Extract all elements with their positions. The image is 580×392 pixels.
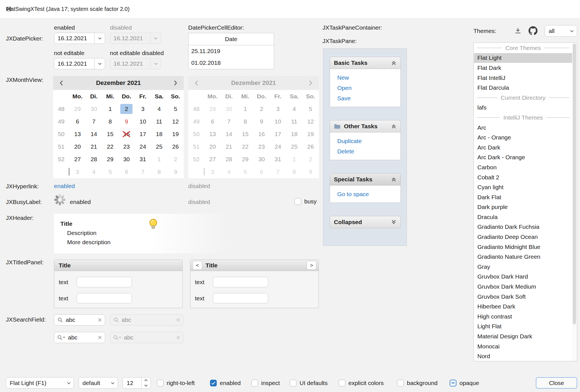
themes-scrollbar[interactable] — [572, 43, 577, 361]
checkbox-opaque[interactable]: opaque — [450, 377, 479, 389]
busy-checkbox[interactable]: busy — [294, 196, 317, 207]
text-field[interactable] — [213, 277, 268, 287]
theme-list-item[interactable]: Material Design Dark — [474, 331, 572, 341]
checkbox-background[interactable]: background — [397, 377, 438, 389]
monthview-enabled[interactable]: Dezember 2021 Mo.Di.Mi.Do.Fr.Sa.So.48293… — [53, 76, 184, 178]
datepicker-enabled[interactable]: 16.12.2021 — [54, 33, 105, 44]
day-cell[interactable]: 23 — [118, 140, 135, 153]
table-row[interactable]: 25.11.2019 — [188, 45, 274, 57]
taskpane-link[interactable]: New — [337, 73, 393, 82]
day-cell[interactable]: 28 — [86, 153, 102, 165]
day-cell[interactable]: 2 — [167, 153, 183, 165]
checkbox-inspect[interactable]: inspect — [251, 377, 280, 389]
day-cell[interactable]: 4 — [86, 165, 102, 178]
taskpane-header[interactable]: Other Tasks — [330, 120, 401, 132]
day-cell[interactable]: 9 — [118, 115, 135, 128]
theme-list-item[interactable]: Arc Dark — [474, 142, 572, 153]
scrollbar-thumb[interactable] — [573, 44, 576, 324]
day-cell[interactable]: 11 — [151, 115, 167, 128]
theme-list-item[interactable]: Arc Dark - Orange — [474, 153, 572, 163]
spinner-down-button[interactable] — [142, 383, 150, 389]
font-size-spinner[interactable]: 12 — [122, 377, 151, 389]
titledpanel-right-button[interactable]: > — [307, 261, 316, 270]
theme-combobox[interactable]: Flat Light (F1) — [6, 377, 74, 389]
theme-list-item[interactable]: Dracula — [474, 212, 572, 222]
taskpane-header[interactable]: Basic Tasks — [330, 57, 401, 69]
theme-list-item[interactable]: Gruvbox Dark Hard — [474, 272, 572, 282]
theme-list-item[interactable]: Dark purple — [474, 202, 572, 212]
theme-list-item[interactable]: Gradianto Deep Ocean — [474, 232, 572, 242]
checkbox-box[interactable] — [157, 380, 164, 386]
theme-list-item[interactable]: Gruvbox Dark Medium — [474, 282, 572, 292]
searchfield-enabled[interactable]: abc — [54, 314, 105, 326]
taskpane-link[interactable]: Save — [337, 94, 393, 102]
taskpane-header[interactable]: Collapsed — [330, 216, 401, 228]
theme-list-item[interactable]: lafs — [474, 103, 572, 113]
day-cell[interactable]: 7 — [86, 115, 102, 128]
taskpane-header[interactable]: Special Tasks — [330, 173, 401, 186]
day-cell[interactable]: 5 — [167, 103, 183, 115]
clear-icon[interactable] — [98, 335, 102, 340]
day-cell[interactable]: 7 — [135, 165, 151, 178]
text-field[interactable] — [77, 293, 132, 303]
search-menu-icon[interactable] — [57, 334, 65, 341]
close-button[interactable]: Close — [536, 377, 577, 389]
celleditor-table[interactable]: Date 25.11.2019 01.02.2018 — [188, 33, 274, 69]
checkbox-explicit-colors[interactable]: explicit colors — [339, 377, 384, 389]
spinner-value[interactable]: 12 — [123, 380, 141, 386]
day-cell[interactable]: 8 — [102, 115, 118, 128]
theme-list-item[interactable]: Carbon — [474, 162, 572, 172]
datepicker-arrow-button[interactable] — [94, 33, 105, 44]
text-field[interactable] — [213, 293, 268, 303]
theme-list-item[interactable]: Gruvbox Dark Soft — [474, 292, 572, 302]
day-cell[interactable]: 21 — [86, 140, 102, 153]
datepicker-arrow-button[interactable] — [94, 58, 105, 69]
day-cell[interactable]: 2 — [118, 103, 135, 115]
day-cell[interactable]: 25 — [151, 140, 167, 153]
checkbox-box[interactable] — [251, 380, 258, 386]
day-cell[interactable]: 1 — [151, 153, 167, 165]
day-cell[interactable]: 19 — [167, 128, 183, 140]
day-cell[interactable]: 16 — [118, 128, 135, 140]
theme-list-item[interactable]: Hiberbee Dark — [474, 301, 572, 312]
checkbox-box[interactable] — [210, 380, 217, 386]
prev-month-button[interactable] — [57, 79, 66, 87]
theme-list-item[interactable]: Gradianto Dark Fuchsia — [474, 222, 572, 232]
checkbox-box[interactable] — [339, 380, 345, 386]
search-value[interactable]: abc — [68, 334, 95, 341]
day-cell[interactable]: 30 — [118, 153, 135, 165]
checkbox-box[interactable] — [290, 380, 296, 386]
theme-list-item[interactable]: Arc - Orange — [474, 132, 572, 142]
day-cell[interactable]: 24 — [135, 140, 151, 153]
day-cell[interactable]: 26 — [167, 140, 183, 153]
day-cell[interactable]: 4 — [151, 103, 167, 115]
theme-list-item[interactable]: Arc — [474, 123, 572, 133]
datepicker-value[interactable]: 16.12.2021 — [54, 35, 94, 42]
table-row[interactable]: 01.02.2018 — [188, 57, 274, 69]
theme-list-item[interactable]: Flat Light — [474, 53, 572, 63]
spinner-up-button[interactable] — [142, 377, 150, 383]
theme-list-item[interactable]: Flat IntelliJ — [474, 73, 572, 83]
theme-list-item[interactable]: Light Flat — [474, 322, 572, 332]
checkbox-box[interactable] — [450, 380, 456, 386]
theme-list-item[interactable]: Monocai — [474, 341, 572, 351]
theme-list-item[interactable]: Gradianto Midnight Blue — [474, 242, 572, 252]
day-cell[interactable]: 6 — [69, 115, 86, 128]
checkbox-box[interactable] — [397, 380, 404, 386]
clear-icon[interactable] — [98, 318, 102, 322]
style-combobox[interactable]: default — [79, 377, 118, 389]
theme-list-item[interactable]: Nord — [474, 351, 572, 361]
day-cell[interactable]: 29 — [102, 153, 118, 165]
theme-list-item[interactable]: Flat Dark — [474, 63, 572, 73]
theme-list-item[interactable]: Cobalt 2 — [474, 172, 572, 182]
hyperlink-enabled[interactable]: enabled — [54, 183, 75, 189]
taskpane-link[interactable]: Open — [337, 84, 393, 92]
checkbox-enabled[interactable]: enabled — [210, 377, 241, 389]
day-cell[interactable]: 31 — [135, 153, 151, 165]
searchfield-with-menu[interactable]: abc — [54, 332, 105, 343]
theme-list-item[interactable]: Flat Darcula — [474, 83, 572, 93]
day-cell[interactable]: 15 — [102, 128, 118, 140]
theme-list-item[interactable]: High contrast — [474, 312, 572, 322]
search-value[interactable]: abc — [66, 317, 95, 323]
day-cell[interactable]: 3 — [69, 165, 86, 178]
